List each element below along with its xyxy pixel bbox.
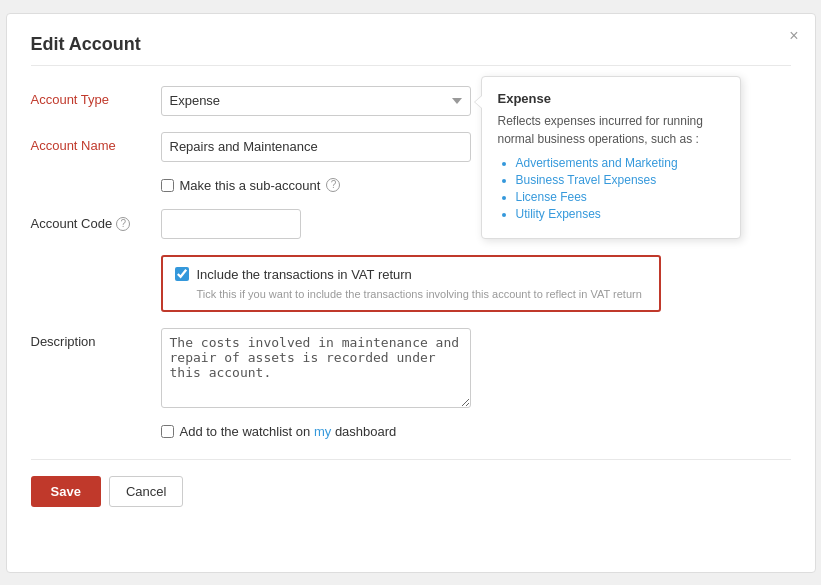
popover-arrow-inner [475, 96, 482, 108]
account-name-label: Account Name [31, 132, 161, 153]
vat-label: Include the transactions in VAT return [197, 267, 412, 282]
divider [31, 459, 791, 460]
vat-section: Include the transactions in VAT return T… [161, 255, 661, 312]
watchlist-checkbox[interactable] [161, 425, 174, 438]
vat-hint: Tick this if you want to include the tra… [197, 288, 647, 300]
vat-checkbox[interactable] [175, 267, 189, 281]
account-type-wrap: Expense Income Asset Liability Equity Ex… [161, 86, 791, 116]
watchlist-link[interactable]: my [314, 424, 331, 439]
description-row: Description The costs involved in mainte… [31, 328, 791, 408]
list-item: License Fees [516, 190, 724, 204]
vat-row: Include the transactions in VAT return [175, 267, 647, 282]
description-textarea[interactable]: The costs involved in maintenance and re… [161, 328, 471, 408]
cancel-button[interactable]: Cancel [109, 476, 183, 507]
sub-account-help-icon[interactable]: ? [326, 178, 340, 192]
popover-description: Reflects expenses incurred for running n… [498, 112, 724, 148]
save-button[interactable]: Save [31, 476, 101, 507]
account-code-input[interactable] [161, 209, 301, 239]
watchlist-row: Add to the watchlist on my dashboard [161, 424, 791, 439]
account-name-input[interactable] [161, 132, 471, 162]
close-button[interactable]: × [789, 28, 798, 44]
account-type-label: Account Type [31, 86, 161, 107]
description-label: Description [31, 328, 161, 349]
dialog-title: Edit Account [31, 34, 791, 66]
expense-popover: Expense Reflects expenses incurred for r… [481, 76, 741, 239]
watchlist-text: Add to the watchlist on my dashboard [180, 424, 397, 439]
popover-arrow [474, 95, 482, 109]
popover-list: Advertisements and Marketing Business Tr… [498, 156, 724, 221]
popover-title: Expense [498, 91, 724, 106]
list-item: Advertisements and Marketing [516, 156, 724, 170]
edit-account-dialog: Edit Account × Account Type Expense Inco… [6, 13, 816, 573]
account-type-row: Account Type Expense Income Asset Liabil… [31, 86, 791, 116]
account-code-help-icon[interactable]: ? [116, 217, 130, 231]
account-type-select[interactable]: Expense Income Asset Liability Equity [161, 86, 471, 116]
button-row: Save Cancel [31, 476, 791, 507]
list-item: Business Travel Expenses [516, 173, 724, 187]
account-code-label: Account Code ? [31, 216, 161, 231]
sub-account-label: Make this a sub-account [180, 178, 321, 193]
sub-account-checkbox[interactable] [161, 179, 174, 192]
list-item: Utility Expenses [516, 207, 724, 221]
